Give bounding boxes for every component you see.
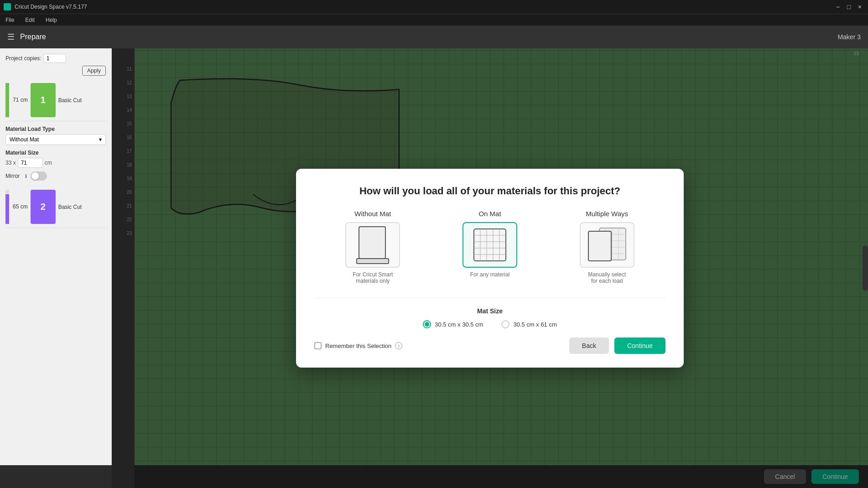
mirror-info-icon[interactable]: ℹ (25, 173, 27, 179)
cut-height-1: 71 cm (13, 97, 28, 103)
radio-30x30-label: 30.5 cm x 30.5 cm (435, 321, 483, 328)
continue-button[interactable]: Continue (614, 337, 665, 354)
on-mat-sublabel: For any material (470, 271, 510, 278)
material-load-type-label: Material Load Type (5, 126, 106, 132)
svg-rect-1 (357, 259, 389, 264)
remember-info-icon[interactable]: i (395, 342, 402, 349)
cut-height-2: 65 cm (13, 203, 28, 210)
multiple-ways-img (580, 222, 634, 268)
material-load-dropdown[interactable]: Without Mat ▾ (5, 134, 106, 145)
remember-label: Remember this Selection (325, 343, 391, 349)
cut-thumb-1: 1 (31, 83, 56, 117)
option-on-mat[interactable]: On Mat (431, 210, 549, 284)
app-title: Cricut Design Space v7.5.177 (15, 4, 87, 10)
without-mat-sublabel: For Cricut Smartmaterials only (353, 271, 393, 284)
radio-30x61-label: 30.5 cm x 61 cm (513, 321, 556, 328)
cut-name-1: Basic Cut (58, 97, 82, 104)
modal-overlay: How will you load all of your materials … (112, 48, 868, 488)
load-options: Without Mat For Cricut Smartmaterials on… (314, 210, 665, 284)
machine-name: Maker 3 (837, 33, 861, 41)
cut-bar-2 (5, 190, 9, 224)
title-bar: Cricut Design Space v7.5.177 − □ × (0, 0, 868, 14)
main-layout: Project copies: Apply 71 cm 1 Basic Cut … (0, 48, 868, 488)
on-mat-icon (472, 227, 508, 263)
radio-30x30-indicator (423, 320, 431, 328)
svg-rect-19 (588, 231, 611, 261)
size-width-x: 33 x (5, 160, 16, 166)
project-copies-input[interactable] (43, 54, 66, 63)
option-without-mat[interactable]: Without Mat For Cricut Smartmaterials on… (314, 210, 431, 284)
radio-30x30-dot (425, 322, 429, 327)
toggle-thumb (31, 172, 39, 180)
svg-rect-0 (359, 227, 385, 259)
mat-size-options: 30.5 cm x 30.5 cm 30.5 cm x 61 cm (314, 320, 665, 328)
dialog-load-type: How will you load all of your materials … (296, 169, 684, 368)
option-multiple-ways[interactable]: Multiple Ways (548, 210, 665, 284)
canvas-area: 11 12 13 14 15 16 17 18 19 20 21 22 23 3… (112, 48, 868, 488)
page-title: Prepare (20, 33, 46, 41)
smart-material-icon (354, 226, 391, 265)
maximize-button[interactable]: □ (844, 2, 853, 11)
window-controls: − □ × (833, 2, 864, 11)
apply-button[interactable]: Apply (82, 66, 106, 76)
close-button[interactable]: × (855, 2, 864, 11)
material-size-label: Material Size (5, 150, 106, 156)
mirror-row: Mirror ℹ (5, 171, 106, 181)
mat-size-30x30[interactable]: 30.5 cm x 30.5 cm (423, 320, 483, 328)
size-height-input[interactable] (18, 158, 43, 168)
minimize-button[interactable]: − (833, 2, 842, 11)
dialog-title: How will you load all of your materials … (314, 185, 665, 197)
without-mat-label: Without Mat (354, 210, 391, 218)
menu-help[interactable]: Help (44, 16, 59, 24)
radio-30x61-indicator (501, 320, 509, 328)
cut-item-1: 71 cm 1 Basic Cut (5, 79, 106, 121)
modal-buttons: Back Continue (569, 337, 665, 354)
cut-item-2: 65 cm 2 Basic Cut (5, 186, 106, 228)
cut-bar-fill-2 (5, 194, 9, 224)
mat-size-30x61[interactable]: 30.5 cm x 61 cm (501, 320, 556, 328)
cut-thumb-2: 2 (31, 190, 56, 224)
menu-bar: File Edit Help (0, 14, 868, 26)
project-copies-label: Project copies: (5, 55, 42, 62)
back-button[interactable]: Back (569, 337, 609, 354)
sidebar: Project copies: Apply 71 cm 1 Basic Cut … (0, 48, 112, 488)
remember-row: Remember this Selection i (314, 342, 402, 349)
mat-size-section: Mat Size 30.5 cm x 30.5 cm 30.5 cm x 61 … (314, 298, 665, 328)
menu-edit[interactable]: Edit (23, 16, 36, 24)
mirror-label: Mirror (5, 173, 20, 179)
app-header: ☰ Prepare Maker 3 (0, 26, 868, 48)
svg-rect-2 (474, 229, 506, 261)
multiple-ways-label: Multiple Ways (586, 210, 628, 218)
cut-bar-fill-1 (5, 83, 9, 117)
size-unit-label: cm (45, 160, 52, 166)
cut-bar-1 (5, 83, 9, 117)
on-mat-label: On Mat (478, 210, 501, 218)
app-logo (4, 3, 11, 10)
multiple-ways-icon (587, 226, 628, 265)
on-mat-img (463, 222, 517, 268)
menu-file[interactable]: File (4, 16, 16, 24)
mat-size-title: Mat Size (314, 307, 665, 315)
cut-name-2: Basic Cut (58, 204, 82, 210)
remember-checkbox[interactable] (314, 342, 322, 349)
size-row: 33 x cm (5, 158, 106, 168)
modal-footer: Remember this Selection i Back Continue (314, 337, 665, 354)
mirror-toggle[interactable] (31, 171, 47, 181)
dropdown-chevron-icon: ▾ (99, 136, 102, 143)
multiple-ways-sublabel: Manually selectfor each load (588, 271, 626, 284)
project-copies-row: Project copies: (5, 54, 106, 63)
hamburger-icon[interactable]: ☰ (7, 32, 15, 42)
without-mat-img (345, 222, 400, 268)
